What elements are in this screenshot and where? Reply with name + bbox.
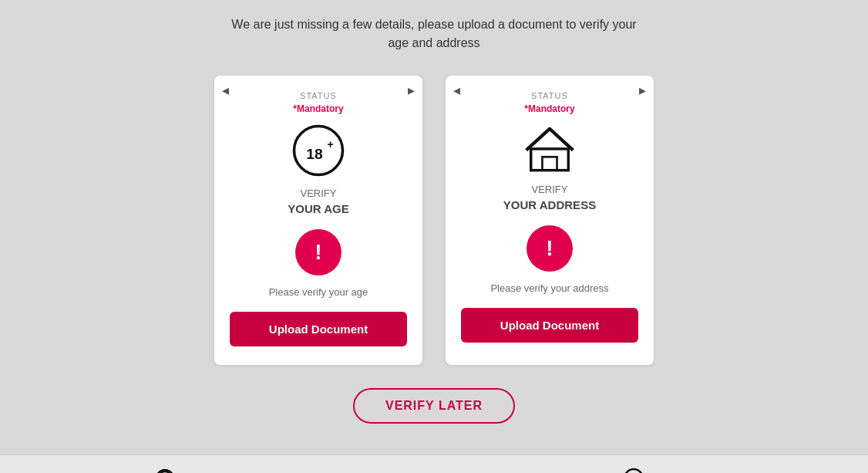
svg-point-7	[624, 469, 643, 473]
age-upload-button[interactable]: Upload Document	[230, 312, 407, 346]
address-card-mandatory: *Mandatory	[524, 103, 574, 114]
age-card-status-label: STATUS	[300, 91, 337, 100]
information-icon	[623, 468, 644, 473]
age-card-message: Please verify your age	[269, 286, 368, 298]
header-line2: age and address	[388, 36, 479, 49]
age-verification-card: ◂ ▸ STATUS *Mandatory 18 + VERIFY YOUR A…	[214, 76, 422, 365]
svg-text:+: +	[327, 138, 333, 150]
support-icon	[154, 468, 176, 473]
verify-later-button[interactable]: VERIFY LATER	[353, 388, 515, 424]
age-verify-label: VERIFY YOUR AGE	[288, 187, 348, 217]
address-card-message: Please verify your address	[490, 282, 608, 294]
address-card-status-label: STATUS	[531, 91, 568, 100]
address-exclamation-icon: !	[546, 238, 553, 259]
header-text: We are just missing a few details, pleas…	[231, 15, 636, 52]
address-alert-circle: !	[527, 225, 573, 272]
corner-mark-top-right-address: ▸	[639, 82, 646, 99]
header-line1: We are just missing a few details, pleas…	[231, 18, 636, 31]
corner-mark-top-left-address: ◂	[453, 82, 460, 99]
svg-rect-3	[531, 149, 569, 171]
age-exclamation-icon: !	[315, 242, 321, 263]
house-icon	[523, 123, 577, 174]
main-content: We are just missing a few details, pleas…	[0, 0, 868, 454]
address-upload-button[interactable]: Upload Document	[461, 308, 638, 343]
corner-mark-top-left-age: ◂	[222, 82, 229, 99]
svg-rect-4	[542, 157, 557, 170]
cards-container: ◂ ▸ STATUS *Mandatory 18 + VERIFY YOUR A…	[214, 76, 654, 365]
age-card-mandatory: *Mandatory	[293, 103, 343, 114]
address-verification-card: ◂ ▸ STATUS *Mandatory VERIFY YOUR ADDRES…	[446, 76, 654, 365]
information-item[interactable]: Information	[623, 468, 715, 473]
svg-text:18: 18	[306, 146, 323, 162]
age-icon-area: 18 +	[291, 123, 345, 177]
footer: Support Information	[0, 454, 868, 473]
age-18-plus-icon: 18 +	[291, 123, 345, 177]
support-item[interactable]: Support	[154, 468, 227, 473]
age-alert-circle: !	[295, 229, 341, 275]
address-verify-label: VERIFY YOUR ADDRESS	[503, 183, 596, 213]
corner-mark-top-right-age: ▸	[408, 82, 415, 99]
address-icon-area	[523, 123, 577, 174]
